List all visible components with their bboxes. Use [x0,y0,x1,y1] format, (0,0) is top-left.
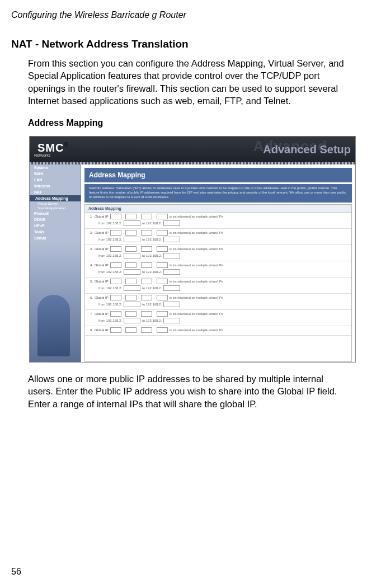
ip-range-input[interactable] [124,285,140,291]
ip-range-input[interactable] [124,253,140,258]
ip-range-input[interactable] [163,285,180,291]
nav-item[interactable]: UPnP [30,223,81,229]
page-number: 56 [11,567,21,577]
ip-octet-input[interactable] [110,311,121,317]
global-ip-label: Global IP [95,264,109,267]
ip-range-input[interactable] [163,253,180,258]
logo-reg: ® [64,142,68,148]
global-ip-label: Global IP [95,231,109,234]
global-ip-label: Global IP [95,280,109,283]
nav-item[interactable]: Wireless [30,183,81,189]
screenshot-body: System WAN LAN Wireless NAT Address Mapp… [30,164,355,362]
nav-item[interactable]: LAN [30,177,81,183]
ip-octet-input[interactable] [141,327,152,333]
ip-octet-input[interactable] [157,327,168,333]
nav-item[interactable]: Status [30,235,81,241]
ip-octet-input[interactable] [141,214,152,219]
table-row: 6. Global IP ... is transformed as multi… [85,294,351,310]
ip-range-input[interactable] [124,269,140,275]
row-line-2: from 192.168.2. to 192.168.2. [88,302,348,307]
ip-octet-input[interactable] [110,230,121,236]
from-label: from 192.168.2. [98,254,122,257]
row-line-1: 3. Global IP ... is transformed as multi… [88,246,348,252]
ip-range-input[interactable] [163,269,180,275]
ip-octet-input[interactable] [110,214,121,219]
ip-range-input[interactable] [124,318,140,323]
row-number: 4. [88,264,93,267]
panel-title: Address Mapping [84,168,352,182]
ip-octet-input[interactable] [157,311,168,317]
from-label: from 192.168.2. [98,286,122,290]
ip-octet-input[interactable] [125,262,137,268]
nav-item[interactable]: Tools [30,229,81,235]
row-number: 2. [88,231,93,234]
row-line-2: from 192.168.2. to 192.168.2. [88,237,348,242]
logo-subtext: Networks [34,153,68,157]
nav-item[interactable]: System [30,164,81,171]
ip-octet-input[interactable] [141,246,152,252]
ip-range-input[interactable] [163,237,180,242]
ip-range-input[interactable] [124,302,140,307]
row-number: 7. [88,312,93,316]
nav-sub-item[interactable]: Virtual Server [30,201,81,206]
ip-range-input[interactable] [163,220,180,226]
ip-octet-input[interactable] [110,246,121,252]
ip-octet-input[interactable] [157,262,168,268]
sub-heading: Address Mapping [28,118,356,128]
address-mapping-table: Address Mapping 1. Global IP ... is tran… [84,204,352,362]
advanced-setup-label: Advanced Setup [263,143,351,156]
row-line-1: 5. Global IP ... is transformed as multi… [88,279,348,284]
ip-octet-input[interactable] [110,279,121,284]
row-line-1: 7. Global IP ... is transformed as multi… [88,311,348,317]
nav-item[interactable]: DDNS [30,217,81,223]
ip-octet-input[interactable] [157,295,168,300]
ip-octet-input[interactable] [125,279,137,284]
to-label: to 192.168.2. [142,319,162,322]
table-rows: 1. Global IP ... is transformed as multi… [85,213,351,361]
row-number: 3. [88,247,93,251]
row-line-2: from 192.168.2. to 192.168.2. [88,253,348,258]
ip-octet-input[interactable] [125,295,137,300]
global-ip-label: Global IP [95,215,109,218]
ip-octet-input[interactable] [157,230,168,236]
nav-sub-item[interactable]: Special Application [30,206,81,210]
table-row: 8. Global IP ... is transformed as multi… [85,326,351,336]
row-line-1: 1. Global IP ... is transformed as multi… [88,214,348,219]
from-label: from 192.168.2. [98,303,122,306]
global-ip-label: Global IP [95,312,109,316]
router-admin-screenshot: SMC® Networks Advanced Advanced Setup Sy… [29,136,356,363]
nav-item[interactable]: Firewall [30,210,81,217]
to-label: to 192.168.2. [142,286,162,290]
table-row: 4. Global IP ... is transformed as multi… [85,261,351,277]
ip-range-input[interactable] [124,220,140,226]
nav-item[interactable]: WAN [30,171,81,177]
ip-octet-input[interactable] [125,327,137,333]
ip-octet-input[interactable] [141,230,152,236]
ip-octet-input[interactable] [157,279,168,284]
ip-octet-input[interactable] [157,214,168,219]
ip-octet-input[interactable] [125,311,137,317]
row-line-1: 8. Global IP ... is transformed as multi… [88,327,348,333]
ip-octet-input[interactable] [141,279,152,284]
table-row: 7. Global IP ... is transformed as multi… [85,310,351,326]
to-label: to 192.168.2. [142,222,162,225]
ip-octet-input[interactable] [141,311,152,317]
ip-octet-input[interactable] [141,295,152,300]
section-title: NAT - Network Address Translation [11,38,356,50]
logo-text: SMC [37,142,64,154]
ip-octet-input[interactable] [141,262,152,268]
nav-item-selected[interactable]: Address Mapping [30,195,81,201]
ip-range-input[interactable] [163,302,180,307]
ip-octet-input[interactable] [110,295,121,300]
from-label: from 192.168.2. [98,319,122,322]
ip-octet-input[interactable] [125,230,137,236]
nav-item[interactable]: NAT [30,189,81,195]
ip-octet-input[interactable] [110,327,121,333]
ip-octet-input[interactable] [125,246,137,252]
transform-text: is transformed as multiple virtual IPs [170,247,223,251]
ip-range-input[interactable] [124,237,140,242]
ip-octet-input[interactable] [110,262,121,268]
ip-octet-input[interactable] [157,246,168,252]
ip-range-input[interactable] [163,318,180,323]
ip-octet-input[interactable] [125,214,137,219]
